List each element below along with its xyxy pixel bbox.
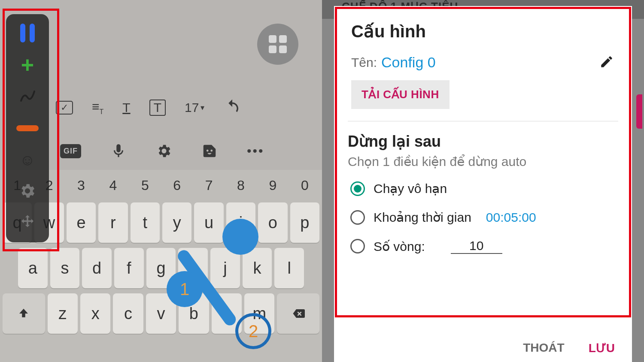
kb-key-u[interactable]: u [194, 202, 223, 243]
kb-key-v[interactable]: v [146, 293, 176, 334]
kb-key-shift[interactable] [3, 293, 45, 334]
more-icon: ••• [247, 144, 264, 158]
line-spacing-tool[interactable]: ≡T [92, 100, 103, 116]
kb-key-z[interactable]: z [48, 293, 78, 334]
radio-icon [350, 210, 365, 225]
undo-button[interactable] [223, 99, 241, 117]
radio-icon [350, 239, 365, 253]
editor-toolbar: ✓ ≡T T T 17▾ [56, 91, 309, 124]
kb-key-0[interactable]: 0 [290, 173, 319, 197]
radio-loops[interactable]: Số vòng: [350, 238, 618, 254]
kb-key-5[interactable]: 5 [131, 173, 160, 197]
radio-label: Khoảng thời gian [374, 210, 471, 225]
kb-settings-button[interactable] [156, 143, 172, 159]
gear-icon [18, 182, 36, 202]
kb-key-e[interactable]: e [67, 202, 96, 243]
kb-key-c[interactable]: c [113, 293, 143, 334]
name-value: Config 0 [381, 54, 436, 71]
kb-key-k[interactable]: k [243, 248, 272, 288]
radio-icon [350, 181, 365, 196]
pause-button[interactable] [15, 20, 40, 46]
kb-key-j[interactable]: j [210, 248, 240, 288]
font-size-tool[interactable]: 17▾ [185, 100, 204, 115]
gif-button[interactable]: GIF [60, 144, 81, 158]
kb-key-n[interactable]: n [212, 293, 242, 334]
remove-target-button[interactable] [15, 115, 40, 141]
kb-key-d[interactable]: d [82, 248, 112, 288]
kb-key-a[interactable]: a [18, 248, 48, 288]
pencil-icon [599, 54, 614, 69]
add-target-button[interactable]: + [15, 52, 40, 78]
checkbox-icon: ✓ [56, 101, 73, 115]
plus-icon: + [21, 54, 34, 76]
config-dialog: Cấu hình Tên: Config 0 TẢI CẤU HÌNH Dừng… [334, 6, 632, 362]
kb-key-g[interactable]: g [146, 248, 176, 288]
move-toolbar-handle[interactable] [15, 211, 40, 236]
radio-infinite[interactable]: Chạy vô hạn [350, 181, 618, 196]
kb-key-b[interactable]: b [179, 293, 209, 334]
draw-swipe-button[interactable] [15, 84, 40, 109]
swipe-icon [19, 88, 36, 105]
kb-key-8[interactable]: 8 [226, 173, 255, 197]
kb-key-h[interactable]: h [178, 248, 208, 288]
kb-key-t[interactable]: t [131, 202, 160, 243]
load-config-button[interactable]: TẢI CẤU HÌNH [351, 80, 450, 109]
kb-key-f[interactable]: f [114, 248, 144, 288]
mic-button[interactable] [110, 143, 127, 159]
kb-key-m[interactable]: m [244, 293, 274, 334]
kb-row-zxcv: z x c v b n m [3, 293, 319, 334]
kb-key-y[interactable]: y [162, 202, 191, 243]
backspace-icon [292, 307, 305, 320]
emoji-button[interactable]: ☺ [15, 147, 40, 173]
kb-key-p[interactable]: p [290, 202, 319, 243]
gear-icon [156, 143, 172, 159]
chevron-down-icon: ▾ [200, 103, 204, 112]
kb-key-o[interactable]: o [258, 202, 287, 243]
sticker-icon [201, 143, 218, 159]
gif-icon: GIF [60, 144, 81, 158]
edge-tab-hint [636, 94, 642, 129]
textbox-icon: T [149, 100, 166, 116]
kb-key-6[interactable]: 6 [162, 173, 191, 197]
config-name-row: Tên: Config 0 [348, 54, 618, 71]
kb-more-button[interactable]: ••• [247, 144, 264, 158]
kb-key-9[interactable]: 9 [258, 173, 287, 197]
app-grid-fab[interactable] [257, 24, 298, 65]
shift-icon [17, 307, 30, 320]
autoclicker-floating-toolbar[interactable]: + ☺ [6, 14, 49, 242]
undo-icon [223, 99, 241, 117]
loops-input[interactable] [451, 238, 502, 254]
pause-icon [20, 24, 35, 42]
exit-button[interactable]: THOÁT [523, 341, 564, 355]
kb-key-backspace[interactable] [277, 293, 319, 334]
stop-condition-radio-group: Chạy vô hạn Khoảng thời gian 00:05:00 Số… [348, 181, 618, 254]
kb-number-row: 1 2 3 4 5 6 7 8 9 0 [3, 173, 319, 197]
checkbox-tool[interactable]: ✓ [56, 101, 73, 115]
move-icon [18, 214, 36, 233]
kb-key-x[interactable]: x [80, 293, 110, 334]
name-label: Tên: [351, 55, 377, 70]
kb-key-l[interactable]: l [274, 248, 304, 288]
kb-row-asdf: a s d f g h j k l [3, 248, 319, 288]
kb-key-r[interactable]: r [98, 202, 128, 243]
line-spacing-icon: ≡T [92, 100, 103, 116]
dialog-title: Cấu hình [348, 21, 618, 41]
radio-label: Số vòng: [374, 239, 425, 254]
textbox-tool[interactable]: T [149, 100, 166, 116]
edit-name-button[interactable] [599, 54, 614, 71]
sticker-button[interactable] [201, 143, 218, 159]
kb-key-s[interactable]: s [50, 248, 80, 288]
kb-key-i[interactable]: i [226, 202, 255, 243]
font-size-value: 17 [185, 100, 199, 115]
underline-tool[interactable]: T [122, 100, 130, 115]
radio-duration[interactable]: Khoảng thời gian 00:05:00 [350, 210, 618, 225]
duration-value[interactable]: 00:05:00 [486, 210, 536, 225]
toolbar-settings-button[interactable] [15, 179, 40, 205]
save-button[interactable]: LƯU [589, 341, 615, 355]
kb-key-4[interactable]: 4 [98, 173, 128, 197]
keyboard-toolbar: GIF ••• [60, 138, 305, 164]
kb-key-7[interactable]: 7 [194, 173, 223, 197]
stop-section-title: Dừng lại sau [348, 133, 618, 151]
kb-key-3[interactable]: 3 [67, 173, 96, 197]
emoji-icon: ☺ [20, 151, 36, 169]
